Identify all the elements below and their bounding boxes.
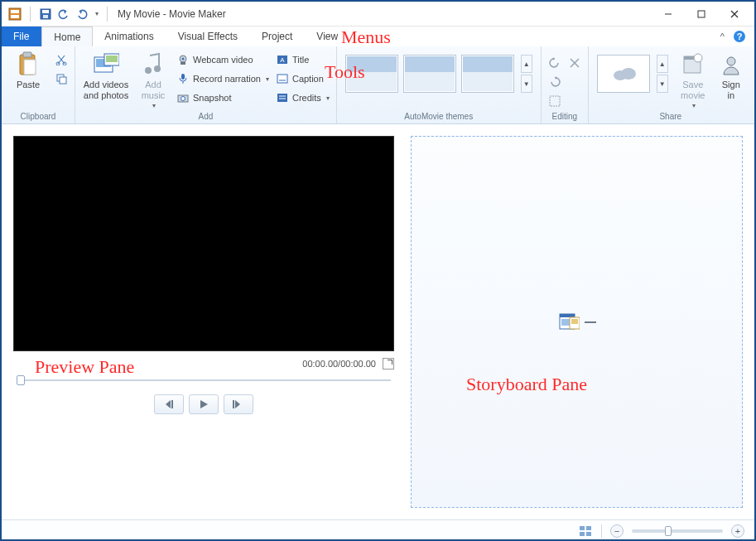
group-share-label: Share bbox=[594, 110, 748, 123]
cut-button[interactable] bbox=[53, 51, 70, 68]
zoom-slider[interactable] bbox=[632, 529, 723, 533]
webcam-video-button[interactable]: Webcam video bbox=[175, 51, 271, 68]
svg-rect-18 bbox=[60, 77, 66, 84]
share-destination-thumbnail[interactable] bbox=[597, 55, 650, 93]
preview-time: 00:00.00/00:00.00 bbox=[302, 359, 376, 369]
tab-visual-effects[interactable]: Visual Effects bbox=[166, 27, 250, 46]
add-videos-photos-button[interactable]: Add videos and photos bbox=[80, 50, 132, 100]
paste-button[interactable]: Paste bbox=[7, 50, 50, 90]
svg-rect-59 bbox=[586, 532, 591, 536]
tab-project[interactable]: Project bbox=[250, 27, 305, 46]
theme-thumbnail-1[interactable] bbox=[345, 55, 398, 93]
webcam-icon bbox=[176, 53, 190, 66]
add-videos-icon bbox=[93, 51, 119, 78]
fullscreen-icon[interactable] bbox=[383, 358, 394, 370]
svg-rect-36 bbox=[277, 94, 287, 102]
credits-icon bbox=[276, 91, 289, 104]
svg-point-24 bbox=[154, 65, 161, 72]
svg-rect-13 bbox=[23, 52, 31, 57]
themes-scroll-down[interactable]: ▼ bbox=[521, 75, 532, 93]
thumbnail-view-icon[interactable] bbox=[578, 524, 593, 538]
next-frame-button[interactable] bbox=[224, 394, 253, 414]
close-button[interactable] bbox=[718, 2, 751, 26]
zoom-out-button[interactable]: − bbox=[610, 524, 624, 538]
svg-rect-57 bbox=[586, 526, 591, 530]
group-clipboard-label: Clipboard bbox=[7, 110, 70, 123]
caption-button[interactable]: Caption bbox=[274, 70, 331, 87]
qat-dropdown-icon[interactable]: ▾ bbox=[95, 10, 99, 17]
tab-file[interactable]: File bbox=[2, 27, 41, 46]
storyboard-pane[interactable]: Storyboard Pane bbox=[411, 136, 743, 508]
snapshot-button[interactable]: Snapshot bbox=[175, 89, 271, 106]
title-button[interactable]: ATitle bbox=[274, 51, 331, 68]
preview-seek-slider[interactable] bbox=[17, 378, 391, 383]
svg-rect-39 bbox=[550, 96, 560, 106]
zoom-in-button[interactable]: + bbox=[731, 524, 744, 538]
menu-bar: File Home Animations Visual Effects Proj… bbox=[2, 27, 754, 46]
svg-point-23 bbox=[145, 67, 152, 74]
redo-icon[interactable] bbox=[75, 7, 89, 21]
app-icon bbox=[8, 7, 22, 21]
ribbon: Tools Paste Clipboard Add videos and pho… bbox=[2, 46, 754, 124]
status-bar: − + bbox=[2, 519, 754, 541]
svg-rect-5 bbox=[43, 15, 48, 18]
undo-icon[interactable] bbox=[57, 7, 70, 21]
save-icon[interactable] bbox=[39, 7, 52, 21]
storyboard-placeholder-icon bbox=[558, 312, 596, 332]
svg-rect-28 bbox=[181, 74, 185, 80]
help-icon[interactable]: ? bbox=[733, 30, 746, 43]
credits-button[interactable]: Credits▾ bbox=[274, 89, 331, 106]
add-videos-label: Add videos and photos bbox=[84, 80, 128, 100]
group-share: ▲ ▼ Save movie ▾ Sign in Share bbox=[589, 46, 753, 123]
svg-rect-1 bbox=[11, 10, 19, 13]
play-button[interactable] bbox=[189, 394, 219, 414]
share-scroll-up[interactable]: ▲ bbox=[657, 55, 668, 73]
copy-icon bbox=[55, 72, 68, 85]
add-music-button[interactable]: Add music ▾ bbox=[135, 50, 171, 109]
group-editing-label: Editing bbox=[547, 110, 583, 123]
select-all-button[interactable] bbox=[547, 93, 563, 109]
prev-frame-button[interactable] bbox=[154, 394, 184, 414]
tab-view[interactable]: View bbox=[305, 27, 350, 46]
group-automovie-label: AutoMovie themes bbox=[342, 110, 536, 123]
add-music-label: Add music bbox=[142, 80, 166, 100]
svg-rect-4 bbox=[42, 10, 49, 13]
group-editing: Editing bbox=[542, 46, 589, 123]
maximize-button[interactable] bbox=[685, 2, 718, 26]
delete-button[interactable] bbox=[566, 55, 583, 71]
sign-in-icon bbox=[718, 51, 744, 78]
rotate-left-button[interactable] bbox=[547, 55, 563, 71]
svg-rect-22 bbox=[106, 56, 118, 62]
collapse-ribbon-icon[interactable]: ^ bbox=[720, 31, 725, 41]
preview-video-area[interactable] bbox=[13, 136, 394, 351]
tab-animations[interactable]: Animations bbox=[93, 27, 166, 46]
theme-thumbnail-3[interactable] bbox=[461, 55, 514, 93]
music-icon bbox=[140, 51, 166, 78]
delete-icon bbox=[568, 56, 581, 70]
preview-pane: 00:00.00/00:00.00 Preview Pane bbox=[13, 136, 394, 508]
snapshot-icon bbox=[176, 91, 190, 104]
svg-rect-56 bbox=[580, 526, 585, 530]
minimize-button[interactable] bbox=[652, 2, 685, 26]
paste-icon bbox=[15, 51, 41, 78]
sign-in-label: Sign in bbox=[722, 80, 740, 100]
svg-rect-14 bbox=[24, 60, 36, 75]
tab-home[interactable]: Home bbox=[41, 27, 93, 46]
svg-text:A: A bbox=[280, 56, 285, 64]
rotate-right-button[interactable] bbox=[547, 74, 563, 90]
group-add-label: Add bbox=[80, 110, 331, 123]
copy-button[interactable] bbox=[53, 70, 70, 87]
save-movie-button[interactable]: Save movie ▾ bbox=[675, 50, 711, 109]
svg-rect-49 bbox=[233, 400, 234, 408]
rotate-right-icon bbox=[548, 75, 561, 89]
save-movie-icon bbox=[680, 51, 706, 78]
annotation-storyboard: Storyboard Pane bbox=[466, 374, 587, 395]
share-scroll-down[interactable]: ▼ bbox=[657, 75, 668, 93]
theme-thumbnail-2[interactable] bbox=[403, 55, 456, 93]
title-bar: ▾ My Movie - Movie Maker bbox=[2, 2, 754, 27]
themes-scroll-up[interactable]: ▲ bbox=[521, 55, 532, 73]
record-narration-button[interactable]: Record narration▾ bbox=[175, 70, 271, 87]
group-automovie: ▲ ▼ AutoMovie themes bbox=[337, 46, 542, 123]
title-icon: A bbox=[276, 53, 289, 66]
sign-in-button[interactable]: Sign in bbox=[715, 50, 748, 100]
